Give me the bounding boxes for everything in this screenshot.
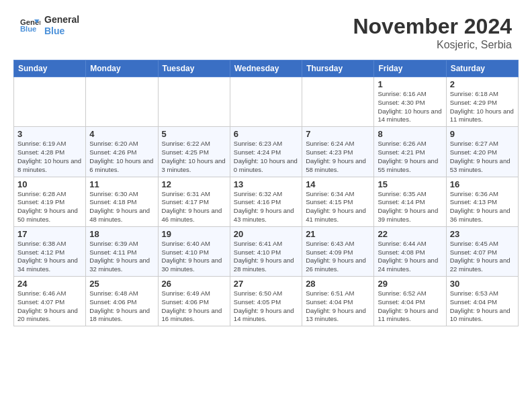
calendar-week-3: 10Sunrise: 6:28 AM Sunset: 4:19 PM Dayli… [14, 177, 519, 226]
day-info: Sunrise: 6:41 AM Sunset: 4:10 PM Dayligh… [234, 240, 298, 274]
header-thursday: Thursday [302, 60, 374, 77]
header-friday: Friday [374, 60, 446, 77]
day-number: 24 [17, 279, 82, 289]
day-info: Sunrise: 6:22 AM Sunset: 4:25 PM Dayligh… [162, 140, 226, 174]
day-info: Sunrise: 6:30 AM Sunset: 4:18 PM Dayligh… [89, 190, 154, 224]
header-tuesday: Tuesday [158, 60, 230, 77]
page-title: November 2024 [353, 14, 512, 39]
day-info: Sunrise: 6:52 AM Sunset: 4:04 PM Dayligh… [378, 289, 442, 324]
day-info: Sunrise: 6:36 AM Sunset: 4:13 PM Dayligh… [450, 190, 515, 224]
day-number: 12 [162, 179, 226, 189]
day-number: 17 [17, 229, 82, 239]
svg-text:Blue: Blue [20, 25, 36, 33]
logo-text-blue: Blue [44, 26, 79, 37]
day-number: 6 [234, 129, 298, 139]
day-info: Sunrise: 6:40 AM Sunset: 4:10 PM Dayligh… [162, 240, 226, 274]
calendar-wrapper: Sunday Monday Tuesday Wednesday Thursday… [0, 60, 532, 326]
day-info: Sunrise: 6:28 AM Sunset: 4:19 PM Dayligh… [17, 190, 82, 224]
day-info: Sunrise: 6:27 AM Sunset: 4:20 PM Dayligh… [450, 140, 515, 174]
day-info: Sunrise: 6:35 AM Sunset: 4:14 PM Dayligh… [378, 190, 442, 224]
day-info: Sunrise: 6:16 AM Sunset: 4:30 PM Dayligh… [378, 90, 442, 124]
day-number: 15 [378, 179, 442, 189]
day-info: Sunrise: 6:44 AM Sunset: 4:08 PM Dayligh… [378, 240, 442, 274]
day-number: 30 [450, 279, 515, 289]
logo-text-general: General [44, 14, 79, 26]
day-number: 7 [306, 129, 370, 139]
calendar-week-4: 17Sunrise: 6:38 AM Sunset: 4:12 PM Dayli… [14, 226, 519, 276]
calendar-cell [230, 77, 302, 127]
day-number: 5 [162, 129, 226, 139]
calendar-cell: 17Sunrise: 6:38 AM Sunset: 4:12 PM Dayli… [14, 226, 86, 276]
day-number: 26 [162, 279, 226, 289]
calendar-cell: 9Sunrise: 6:27 AM Sunset: 4:20 PM Daylig… [446, 127, 518, 177]
day-info: Sunrise: 6:39 AM Sunset: 4:11 PM Dayligh… [89, 240, 154, 274]
calendar-cell: 14Sunrise: 6:34 AM Sunset: 4:15 PM Dayli… [302, 177, 374, 226]
calendar-cell: 11Sunrise: 6:30 AM Sunset: 4:18 PM Dayli… [86, 177, 158, 226]
header-wednesday: Wednesday [230, 60, 302, 77]
day-info: Sunrise: 6:43 AM Sunset: 4:09 PM Dayligh… [306, 240, 370, 274]
day-number: 22 [378, 229, 442, 239]
calendar-week-2: 3Sunrise: 6:19 AM Sunset: 4:28 PM Daylig… [14, 127, 519, 177]
header: General Blue General Blue November 2024 … [7, 3, 525, 56]
day-number: 23 [450, 229, 515, 239]
page-container: General Blue General Blue November 2024 … [0, 0, 532, 326]
header-row: Sunday Monday Tuesday Wednesday Thursday… [14, 60, 519, 77]
calendar-cell: 3Sunrise: 6:19 AM Sunset: 4:28 PM Daylig… [14, 127, 86, 177]
day-info: Sunrise: 6:31 AM Sunset: 4:17 PM Dayligh… [162, 190, 226, 224]
day-number: 25 [89, 279, 154, 289]
calendar-cell: 12Sunrise: 6:31 AM Sunset: 4:17 PM Dayli… [158, 177, 230, 226]
day-info: Sunrise: 6:32 AM Sunset: 4:16 PM Dayligh… [234, 190, 298, 224]
day-number: 9 [450, 129, 515, 139]
day-number: 19 [162, 229, 226, 239]
calendar-header: Sunday Monday Tuesday Wednesday Thursday… [14, 60, 519, 77]
logo: General Blue General Blue [20, 14, 79, 37]
calendar-cell: 13Sunrise: 6:32 AM Sunset: 4:16 PM Dayli… [230, 177, 302, 226]
calendar-cell: 8Sunrise: 6:26 AM Sunset: 4:21 PM Daylig… [374, 127, 446, 177]
calendar-cell: 16Sunrise: 6:36 AM Sunset: 4:13 PM Dayli… [446, 177, 518, 226]
day-info: Sunrise: 6:50 AM Sunset: 4:05 PM Dayligh… [234, 289, 298, 324]
day-number: 3 [17, 129, 82, 139]
calendar-cell [86, 77, 158, 127]
calendar-cell: 6Sunrise: 6:23 AM Sunset: 4:24 PM Daylig… [230, 127, 302, 177]
day-number: 20 [234, 229, 298, 239]
day-number: 11 [89, 179, 154, 189]
calendar-cell: 25Sunrise: 6:48 AM Sunset: 4:06 PM Dayli… [86, 277, 158, 326]
day-number: 27 [234, 279, 298, 289]
header-sunday: Sunday [14, 60, 86, 77]
day-number: 18 [89, 229, 154, 239]
calendar-cell: 2Sunrise: 6:18 AM Sunset: 4:29 PM Daylig… [446, 77, 518, 127]
calendar-cell: 30Sunrise: 6:53 AM Sunset: 4:04 PM Dayli… [446, 277, 518, 326]
calendar-cell: 18Sunrise: 6:39 AM Sunset: 4:11 PM Dayli… [86, 226, 158, 276]
day-info: Sunrise: 6:20 AM Sunset: 4:26 PM Dayligh… [89, 140, 154, 174]
calendar-cell: 23Sunrise: 6:45 AM Sunset: 4:07 PM Dayli… [446, 226, 518, 276]
calendar-cell [158, 77, 230, 127]
day-number: 4 [89, 129, 154, 139]
day-number: 29 [378, 279, 442, 289]
calendar-cell: 10Sunrise: 6:28 AM Sunset: 4:19 PM Dayli… [14, 177, 86, 226]
calendar-body: 1Sunrise: 6:16 AM Sunset: 4:30 PM Daylig… [14, 77, 519, 326]
calendar-cell [14, 77, 86, 127]
calendar-cell: 20Sunrise: 6:41 AM Sunset: 4:10 PM Dayli… [230, 226, 302, 276]
calendar-cell [302, 77, 374, 127]
calendar-cell: 24Sunrise: 6:46 AM Sunset: 4:07 PM Dayli… [14, 277, 86, 326]
day-info: Sunrise: 6:24 AM Sunset: 4:23 PM Dayligh… [306, 140, 370, 174]
day-number: 28 [306, 279, 370, 289]
calendar-cell: 22Sunrise: 6:44 AM Sunset: 4:08 PM Dayli… [374, 226, 446, 276]
day-number: 8 [378, 129, 442, 139]
day-number: 1 [378, 79, 442, 89]
calendar-cell: 28Sunrise: 6:51 AM Sunset: 4:04 PM Dayli… [302, 277, 374, 326]
day-info: Sunrise: 6:34 AM Sunset: 4:15 PM Dayligh… [306, 190, 370, 224]
calendar-cell: 4Sunrise: 6:20 AM Sunset: 4:26 PM Daylig… [86, 127, 158, 177]
calendar-cell: 7Sunrise: 6:24 AM Sunset: 4:23 PM Daylig… [302, 127, 374, 177]
header-saturday: Saturday [446, 60, 518, 77]
header-monday: Monday [86, 60, 158, 77]
day-info: Sunrise: 6:26 AM Sunset: 4:21 PM Dayligh… [378, 140, 442, 174]
day-number: 16 [450, 179, 515, 189]
calendar-cell: 5Sunrise: 6:22 AM Sunset: 4:25 PM Daylig… [158, 127, 230, 177]
day-info: Sunrise: 6:49 AM Sunset: 4:06 PM Dayligh… [162, 289, 226, 324]
calendar-cell: 27Sunrise: 6:50 AM Sunset: 4:05 PM Dayli… [230, 277, 302, 326]
title-block: November 2024 Kosjeric, Serbia [353, 14, 512, 51]
day-info: Sunrise: 6:48 AM Sunset: 4:06 PM Dayligh… [89, 289, 154, 324]
calendar-week-5: 24Sunrise: 6:46 AM Sunset: 4:07 PM Dayli… [14, 277, 519, 326]
day-number: 10 [17, 179, 82, 189]
